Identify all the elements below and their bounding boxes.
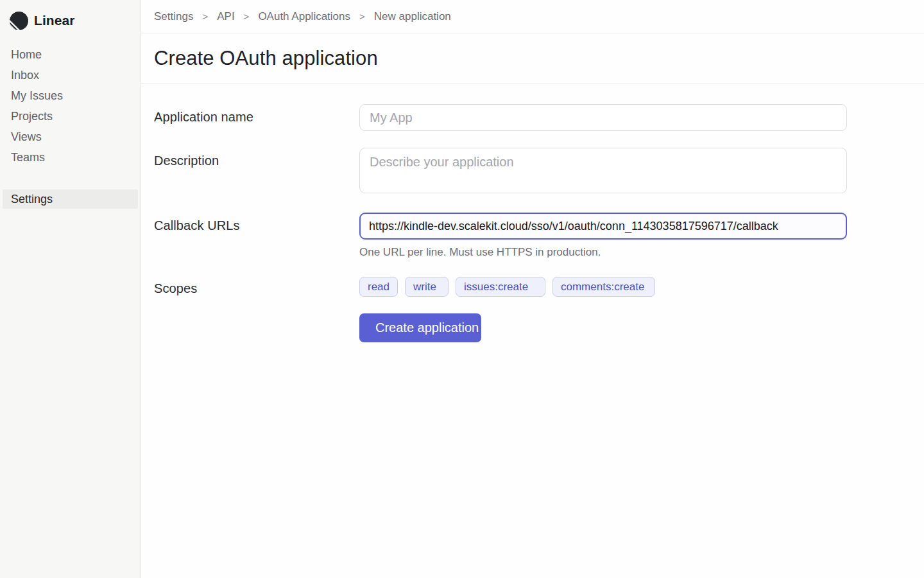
title-bar: Create OAuth application bbox=[141, 33, 924, 83]
breadcrumb-oauth-applications[interactable]: OAuth Applications bbox=[258, 10, 350, 23]
scope-chip-comments-create[interactable]: comments:create bbox=[552, 277, 655, 297]
callback-urls-helper: One URL per line. Must use HTTPS in prod… bbox=[359, 246, 847, 259]
scope-chip-write[interactable]: write bbox=[405, 277, 449, 297]
description-label: Description bbox=[154, 148, 359, 196]
callback-urls-row: Callback URLs One URL per line. Must use… bbox=[154, 213, 924, 259]
main-content: Settings > API > OAuth Applications > Ne… bbox=[141, 0, 924, 578]
sidebar-item-projects[interactable]: Projects bbox=[0, 106, 141, 127]
sidebar-nav: Home Inbox My Issues Projects Views Team… bbox=[0, 44, 141, 168]
sidebar-item-teams[interactable]: Teams bbox=[0, 147, 141, 168]
submit-control: Create application bbox=[359, 313, 847, 342]
breadcrumb-separator: > bbox=[359, 11, 365, 22]
breadcrumb-separator: > bbox=[202, 11, 208, 22]
description-row: Description bbox=[154, 148, 924, 196]
breadcrumb-settings[interactable]: Settings bbox=[154, 10, 193, 23]
breadcrumb-api[interactable]: API bbox=[217, 10, 234, 23]
scope-chip-read[interactable]: read bbox=[359, 277, 398, 297]
submit-row: Create application bbox=[154, 313, 924, 342]
callback-urls-control: One URL per line. Must use HTTPS in prod… bbox=[359, 213, 847, 259]
application-name-input[interactable] bbox=[359, 104, 847, 131]
scopes-label: Scopes bbox=[154, 276, 359, 297]
sidebar-item-views[interactable]: Views bbox=[0, 127, 141, 147]
breadcrumb: Settings > API > OAuth Applications > Ne… bbox=[154, 10, 451, 23]
app-title: Linear bbox=[34, 13, 75, 28]
sidebar-item-home[interactable]: Home bbox=[0, 44, 141, 65]
breadcrumb-new-application[interactable]: New application bbox=[374, 10, 451, 23]
scopes-row: Scopes read write issues:create comments… bbox=[154, 276, 924, 297]
application-name-row: Application name bbox=[154, 104, 924, 131]
application-name-control bbox=[359, 104, 847, 131]
scopes-chips: read write issues:create comments:create bbox=[359, 276, 847, 297]
breadcrumb-separator: > bbox=[244, 11, 250, 22]
sidebar: Linear Home Inbox My Issues Projects Vie… bbox=[0, 0, 141, 578]
description-input[interactable] bbox=[359, 148, 847, 193]
page-title: Create OAuth application bbox=[154, 47, 378, 70]
app-logo[interactable]: Linear bbox=[0, 0, 141, 30]
callback-urls-input[interactable] bbox=[359, 213, 847, 240]
create-application-button[interactable]: Create application bbox=[359, 313, 481, 342]
submit-row-spacer bbox=[154, 313, 359, 342]
scope-chip-issues-create[interactable]: issues:create bbox=[456, 277, 545, 297]
breadcrumb-bar: Settings > API > OAuth Applications > Ne… bbox=[141, 0, 924, 33]
sidebar-item-my-issues[interactable]: My Issues bbox=[0, 85, 141, 106]
create-oauth-form: Application name Description Callback UR… bbox=[141, 83, 924, 342]
callback-urls-label: Callback URLs bbox=[154, 213, 359, 259]
sidebar-item-inbox[interactable]: Inbox bbox=[0, 65, 141, 85]
sidebar-item-settings[interactable]: Settings bbox=[3, 189, 138, 209]
application-name-label: Application name bbox=[154, 104, 359, 131]
linear-logo-icon bbox=[10, 12, 28, 30]
description-control bbox=[359, 148, 847, 196]
